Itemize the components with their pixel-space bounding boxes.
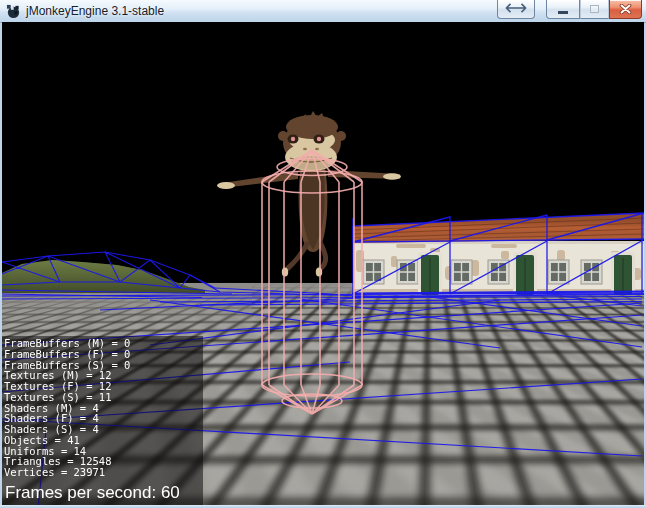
stats-overlay: FrameBuffers (M) = 0 FrameBuffers (F) = … xyxy=(2,336,203,505)
stat-line: Objects = 41 xyxy=(2,435,203,446)
stat-line: Textures (S) = 11 xyxy=(2,392,203,403)
close-button[interactable] xyxy=(609,0,642,19)
3d-viewport[interactable]: FrameBuffers (M) = 0 FrameBuffers (F) = … xyxy=(2,22,644,505)
double-arrow-icon xyxy=(505,2,527,17)
app-window: jMonkeyEngine 3.1-stable xyxy=(0,0,646,508)
close-icon xyxy=(619,2,632,17)
maximize-icon xyxy=(590,5,599,13)
resize-button[interactable] xyxy=(497,0,535,19)
stat-line: FrameBuffers (F) = 0 xyxy=(2,349,203,360)
stat-line: FrameBuffers (M) = 0 xyxy=(2,336,203,349)
maximize-button[interactable] xyxy=(580,0,609,19)
title-bar[interactable]: jMonkeyEngine 3.1-stable xyxy=(0,0,646,23)
window-title: jMonkeyEngine 3.1-stable xyxy=(26,4,164,18)
minimize-button[interactable] xyxy=(546,0,580,19)
fps-counter: Frames per second: 60 xyxy=(5,483,180,503)
window-controls xyxy=(497,0,642,19)
jmonkeyengine-logo-icon xyxy=(6,4,21,19)
stat-line: Vertices = 23971 xyxy=(2,467,203,478)
minimize-icon xyxy=(558,11,568,14)
